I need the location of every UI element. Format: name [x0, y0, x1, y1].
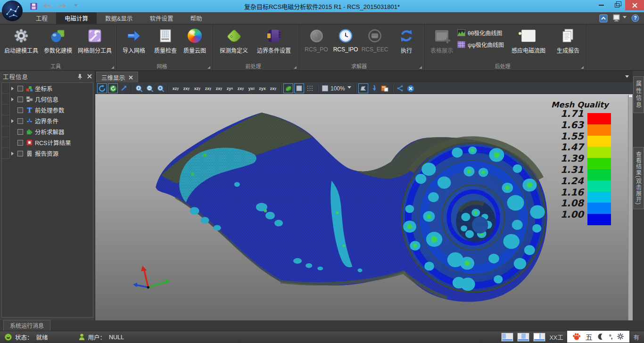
expand-arrow-icon[interactable] — [11, 119, 16, 123]
tree-item-report-resources[interactable]: 报告资源 — [2, 148, 93, 159]
zoom-in-button[interactable] — [134, 83, 144, 93]
tree-item-preprocess-params[interactable]: 前处理参数 — [2, 105, 93, 115]
tab-view-results[interactable]: 查看结果(双击展开) — [633, 147, 644, 209]
menu-tab-help[interactable]: 帮助 — [182, 12, 210, 24]
expand-arrow-icon[interactable] — [11, 87, 16, 90]
launch-modeling-tool-button[interactable]: 启动建模工具 — [3, 26, 40, 54]
probe-angle-button[interactable]: 探测角定义 — [215, 26, 252, 54]
view-orientation-button[interactable]: zxy — [214, 83, 224, 93]
psi-polarization-curve-button[interactable]: ψψ极化曲线图 — [457, 41, 504, 49]
quality-check-button[interactable]: 质量检查 — [151, 26, 180, 54]
ime-paw-icon[interactable] — [572, 333, 581, 341]
share-link-button[interactable] — [395, 83, 405, 93]
expand-arrow-icon[interactable] — [11, 152, 16, 155]
menu-tab-data-display[interactable]: 数据&显示 — [97, 12, 141, 24]
tab-list-dropdown-icon[interactable] — [625, 75, 629, 80]
execute-button[interactable]: 执行 — [392, 26, 421, 54]
minimize-button[interactable] — [593, 0, 609, 10]
layout-pane-right-button[interactable] — [533, 333, 545, 342]
menu-tab-project[interactable]: 工程 — [27, 12, 56, 24]
induced-current-map-button[interactable]: 感应电磁流图 — [506, 26, 551, 54]
quality-cloud-button[interactable]: 质量云图 — [180, 26, 209, 54]
parametric-modeling-button[interactable]: 参数化建模 — [40, 26, 76, 54]
tree-checkbox[interactable] — [17, 97, 23, 102]
tree-item-analysis-solver[interactable]: 分析求解器 — [2, 126, 93, 137]
ime-toolbar[interactable]: 五 °, — [567, 331, 630, 343]
panel-close-button[interactable] — [87, 74, 92, 79]
view-orientation-button[interactable]: xzy — [171, 83, 181, 93]
group-expand-icon[interactable] — [419, 66, 422, 69]
view-orientation-button[interactable]: zxy — [268, 83, 278, 93]
mesh-partition-tool-button[interactable]: 网格剖分工具 — [76, 26, 113, 54]
group-expand-icon[interactable] — [294, 66, 297, 69]
menubar: 工程 电磁计算 数据&显示 软件设置 帮助 ? — [0, 12, 644, 24]
shade-leaf-button[interactable] — [283, 83, 293, 93]
viewport-3d-canvas[interactable]: Mesh Quality 1.711.631.551.471.391.311.2… — [95, 95, 628, 320]
tree-checkbox[interactable] — [17, 86, 23, 91]
tree-item-geometry-info[interactable]: 几何信息 — [2, 94, 93, 105]
button-label: 边界条件设置 — [257, 46, 291, 54]
ime-settings-gear-icon[interactable] — [617, 333, 624, 340]
tab-system-messages[interactable]: 系统运行消息 — [3, 320, 50, 331]
view-orientation-button[interactable]: zxy — [203, 83, 213, 93]
cancel-button[interactable] — [406, 83, 416, 93]
pin-button[interactable] — [77, 74, 83, 80]
view-orientation-button[interactable]: zyx — [257, 83, 267, 93]
expand-arrow-icon[interactable] — [11, 98, 16, 101]
restore-button[interactable] — [609, 0, 625, 10]
group-expand-icon[interactable] — [111, 66, 114, 69]
solver-rcs-ipo-button[interactable]: RCS_IPO — [331, 26, 360, 53]
wireframe-grid-button[interactable] — [305, 83, 315, 93]
menu-tab-em-compute[interactable]: 电磁计算 — [56, 12, 97, 24]
panel-splitter[interactable] — [628, 95, 633, 320]
ime-punctuation-label[interactable]: °, — [609, 333, 612, 340]
tree-item-coordinate-system[interactable]: 坐标系 — [2, 83, 93, 94]
ime-moon-icon[interactable] — [597, 333, 604, 340]
tree-item-rcs-results[interactable]: RCS计算结果 — [2, 137, 93, 148]
close-button[interactable] — [625, 0, 644, 10]
shade-flat-button[interactable] — [294, 83, 304, 93]
view-orientation-button[interactable]: zxy — [236, 83, 246, 93]
tab-close-icon[interactable] — [129, 75, 133, 80]
view-orientation-button[interactable]: yxz — [247, 83, 256, 93]
polygon-select-button[interactable] — [358, 83, 368, 93]
group-expand-icon[interactable] — [207, 66, 210, 69]
tree-checkbox[interactable] — [17, 151, 23, 156]
tree-checkbox[interactable] — [17, 129, 23, 135]
tree-checkbox[interactable] — [17, 118, 23, 124]
view-orientation-button[interactable]: zxy — [182, 83, 191, 93]
tab-property-info[interactable]: 属性信息 — [633, 76, 644, 113]
collapse-ribbon-button[interactable] — [599, 14, 608, 23]
solver-rcs-eec-button[interactable]: RCS_EEC — [360, 26, 389, 53]
layout-pane-left-button[interactable] — [501, 333, 513, 342]
import-mesh-button[interactable]: 导入网格 — [119, 26, 149, 54]
tree-checkbox[interactable] — [17, 107, 23, 113]
rotate-orbit-button[interactable] — [97, 83, 107, 93]
refresh-view-button[interactable] — [108, 83, 118, 93]
pan-zoom-arrow-button[interactable] — [119, 83, 129, 93]
zoom-fit-button[interactable] — [156, 83, 165, 93]
view-orientation-button[interactable]: xzy — [192, 83, 202, 93]
zoom-out-button[interactable] — [145, 83, 155, 93]
table-display-button[interactable]: 表格展示 — [427, 26, 456, 54]
app-logo[interactable] — [2, 0, 23, 21]
layout-pane-middle-button[interactable] — [517, 333, 529, 342]
tab-3d-display[interactable]: 三维显示 — [96, 72, 138, 82]
solver-rcs-po-button[interactable]: RCS_PO — [302, 26, 331, 53]
zoom-level-control[interactable]: 100% — [320, 85, 353, 92]
tree-item-boundary-conditions[interactable]: 边界条件 — [2, 115, 93, 126]
help-button[interactable]: ? — [631, 14, 639, 22]
ime-scheme-label[interactable]: 五 — [586, 332, 593, 342]
view-orientation-button[interactable]: zyx — [225, 83, 235, 93]
window-copy-button[interactable] — [380, 83, 390, 93]
display-mode-button[interactable] — [612, 14, 627, 22]
arrow-down-button[interactable] — [369, 83, 379, 93]
tree-checkbox[interactable] — [17, 140, 23, 146]
group-expand-icon[interactable] — [581, 66, 584, 69]
boundary-condition-button[interactable]: 边界条件设置 — [252, 26, 296, 54]
menu-tab-settings[interactable]: 软件设置 — [141, 12, 182, 24]
close-icon — [632, 3, 637, 8]
theta-polarization-curve-button[interactable]: θθ极化曲线图 — [457, 29, 504, 37]
app-window: 复杂目标RCS电磁分析软件2015 R1 - RCS_2015031801* 工… — [0, 0, 644, 343]
generate-report-button[interactable]: 生成报告 — [553, 26, 583, 54]
